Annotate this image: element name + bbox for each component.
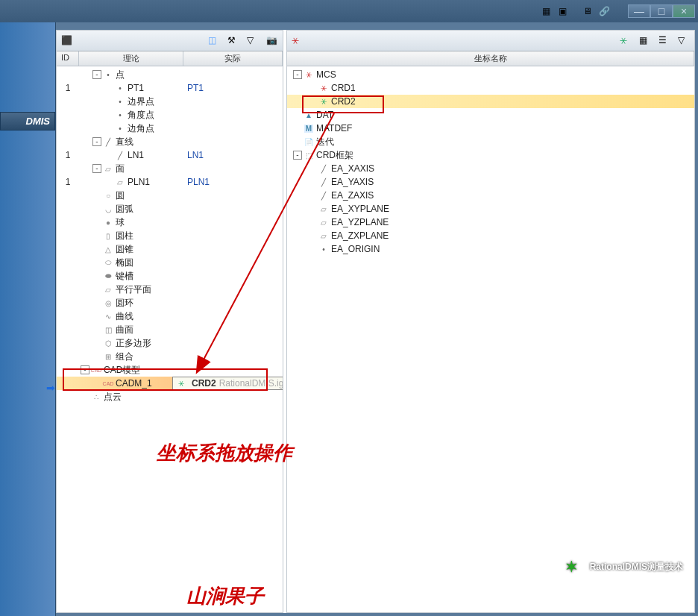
close-button[interactable]: × — [673, 4, 695, 18]
tree-row[interactable]: -直线 — [57, 135, 283, 148]
tree-row[interactable]: -CRD框架 — [287, 148, 694, 162]
tree-row[interactable]: 平行平面 — [57, 283, 283, 296]
coord-tree[interactable]: -⚹MCS⚹CRD1⚹CRD2DATMATDEF迭代-CRD框架EA_XAXIS… — [287, 66, 694, 612]
tool-icon[interactable]: ⚒ — [227, 35, 239, 47]
list-icon[interactable]: ☰ — [658, 35, 670, 47]
tree-label: 椭圆 — [116, 257, 133, 269]
wechat-icon: ✶ — [560, 555, 584, 579]
line-icon — [318, 190, 329, 201]
tree-row[interactable]: 正多边形 — [57, 336, 283, 350]
tree-label: CRD1 — [331, 83, 356, 93]
line-icon — [318, 163, 329, 174]
actual-value: PT1 — [187, 83, 204, 93]
expand-toggle[interactable]: - — [92, 137, 101, 146]
cad-icon — [103, 378, 113, 389]
tree-label: 球 — [116, 216, 125, 229]
tree-row[interactable]: EA_YAXIS — [287, 175, 694, 189]
axis-icon: ⚹ — [304, 69, 314, 80]
tree-label: 圆锥 — [116, 243, 133, 256]
camera-icon[interactable]: 📷 — [266, 35, 278, 47]
tree-row[interactable]: -CAD模型 — [57, 363, 283, 377]
point-icon — [115, 83, 125, 93]
tree-row[interactable]: EA_XAXIS — [287, 162, 694, 175]
cube2-icon[interactable]: ◫ — [208, 35, 220, 47]
tree-row[interactable]: DAT — [287, 108, 694, 122]
tree-row[interactable]: 组合 — [57, 350, 283, 363]
tree-row[interactable]: EA_XYPLANE — [287, 202, 694, 216]
tree-row[interactable]: 边角点 — [57, 122, 283, 135]
header-coordname[interactable]: 坐标名称 — [287, 51, 694, 66]
tree-label: 组合 — [116, 351, 133, 363]
tree-label: 点云 — [104, 391, 122, 403]
filter-icon[interactable]: ▽ — [247, 35, 259, 47]
features-tree[interactable]: -点1PT1PT1边界点角度点边角点-直线1LN1LN1-面1PLN1PLN1圆… — [57, 66, 283, 612]
arc-icon — [103, 204, 113, 214]
tree-row[interactable]: ⚹CRD2 — [287, 95, 694, 108]
expand-toggle[interactable]: - — [92, 164, 101, 173]
tree-row[interactable]: ⚹CRD1 — [287, 81, 694, 95]
tree-row[interactable]: 圆锥 — [57, 242, 283, 256]
tree-row[interactable]: EA_ZAXIS — [287, 189, 694, 202]
tree-row[interactable]: 圆柱 — [57, 229, 283, 242]
maximize-button[interactable]: □ — [650, 4, 673, 18]
dmis-tab[interactable]: DMIS — [0, 112, 55, 131]
tree-row[interactable]: 1PT1PT1 — [57, 81, 283, 95]
tree-row[interactable]: -面 — [57, 162, 283, 175]
tree-row[interactable]: 圆 — [57, 189, 283, 202]
tree-row[interactable]: 1LN1LN1 — [57, 148, 283, 162]
tree-row[interactable]: 椭圆 — [57, 256, 283, 269]
tree-row[interactable]: 球 — [57, 216, 283, 229]
tree-row[interactable]: 迭代 — [287, 135, 694, 148]
expand-toggle[interactable]: - — [81, 365, 89, 374]
tree-row[interactable]: 角度点 — [57, 108, 283, 122]
expand-toggle[interactable]: - — [293, 70, 302, 79]
tree-label: EA_XYPLANE — [331, 204, 389, 214]
tree-row[interactable]: 键槽 — [57, 269, 283, 283]
tree-row[interactable]: MATDEF — [287, 122, 694, 135]
header-id[interactable]: ID — [57, 51, 79, 66]
matdef-icon — [304, 123, 314, 133]
titlebar-icon-4[interactable]: 🔗 — [597, 5, 611, 17]
header-theory[interactable]: 理论 — [79, 51, 183, 66]
tree-row[interactable]: 圆环 — [57, 296, 283, 309]
point-icon — [115, 110, 125, 120]
tree-label: PLN1 — [128, 177, 150, 187]
axis-icon[interactable]: ⚹ — [292, 35, 304, 47]
tree-row[interactable]: 点云 — [57, 390, 283, 403]
tree-row[interactable]: -⚹MCS — [287, 68, 694, 81]
header-actual[interactable]: 实际 — [183, 51, 283, 66]
plane-icon — [115, 177, 125, 187]
cube-icon[interactable]: ⬛ — [61, 35, 73, 47]
tree-row[interactable]: 1PLN1PLN1 — [57, 175, 283, 189]
tree-row[interactable]: 边界点 — [57, 95, 283, 108]
tree-row[interactable]: EA_YZPLANE — [287, 216, 694, 229]
tree-row[interactable]: -点 — [57, 68, 283, 81]
expand-toggle[interactable]: - — [92, 70, 101, 79]
tree-label: PT1 — [128, 83, 144, 93]
tree-row[interactable]: EA_ORIGIN — [287, 242, 694, 256]
surf-icon — [103, 324, 113, 335]
grid-icon[interactable]: ▦ — [639, 35, 651, 47]
tree-label: 曲面 — [116, 324, 133, 336]
cyl-icon — [103, 230, 113, 241]
annotation-signature: 山涧果子 — [186, 583, 264, 609]
right-toolbar: ⚹ ⚹ ▦ ☰ ▽ — [287, 31, 694, 51]
plane-icon — [103, 163, 113, 174]
tree-label: 边界点 — [128, 95, 154, 108]
titlebar-icon-1[interactable]: ▦ — [538, 5, 553, 17]
tree-row[interactable]: 圆弧 — [57, 202, 283, 216]
plane-icon — [318, 217, 329, 227]
expand-toggle[interactable]: - — [293, 151, 302, 160]
filter2-icon[interactable]: ▽ — [678, 35, 690, 47]
cone-icon — [103, 244, 113, 254]
minimize-button[interactable]: — — [628, 4, 650, 18]
tree-row[interactable]: 曲面 — [57, 323, 283, 336]
axis2-icon[interactable]: ⚹ — [620, 35, 632, 47]
tree-label: 正多边形 — [116, 337, 151, 350]
tree-label: EA_XAXIS — [331, 163, 374, 174]
tree-row[interactable]: 曲线 — [57, 309, 283, 323]
titlebar-icon-2[interactable]: ▣ — [555, 5, 570, 17]
tree-row[interactable]: EA_ZXPLANE — [287, 229, 694, 242]
titlebar-icon-3[interactable]: 🖥 — [580, 5, 595, 17]
tree-row[interactable]: CADM_1⚹CRD2RationalDMIS.igs — [57, 377, 283, 390]
